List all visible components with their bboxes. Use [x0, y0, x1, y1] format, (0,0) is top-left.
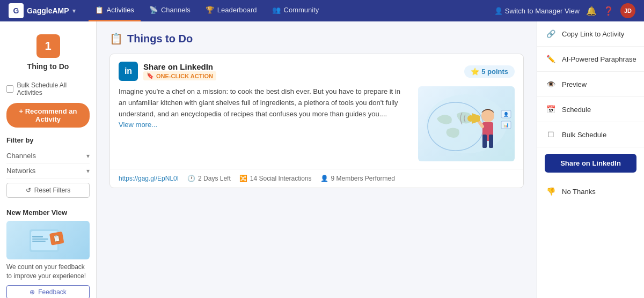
activity-illustration-svg: 👤 📊 [418, 86, 515, 161]
networks-chevron-icon: ▾ [86, 167, 90, 175]
days-left-value: 2 Days Left [198, 175, 231, 182]
copy-link-action[interactable]: 🔗 Copy Link to Activity [537, 21, 644, 47]
channels-icon: 📡 [149, 6, 158, 14]
card-meta: https://gag.gl/EpNL0I 🕐 2 Days Left 🔀 14… [119, 175, 395, 182]
activity-title: Share on LinkedIn [143, 62, 216, 71]
badge-icon: 🔖 [147, 72, 154, 79]
user-avatar[interactable]: JD [620, 3, 635, 18]
badge-label: ONE-CLICK ACTION [156, 73, 213, 79]
todo-count-badge: 1 [36, 34, 60, 58]
ai-paraphrase-label: AI-Powered Paraphrase [562, 55, 636, 63]
card-footer: https://gag.gl/EpNL0I 🕐 2 Days Left 🔀 14… [110, 169, 523, 188]
brand-name: GaggleAMP [27, 6, 69, 15]
svg-text:📊: 📊 [503, 122, 509, 128]
view-more-link[interactable]: View more... [119, 121, 157, 129]
card-illustration: 👤 📊 [418, 86, 515, 161]
new-member-description: We count on your feedback to improve you… [6, 263, 90, 281]
svg-point-7 [426, 94, 507, 153]
filter-channels-row[interactable]: Channels ▾ [6, 148, 90, 163]
content-area: 📋 Things to Do in Share on LinkedIn 🔖 ON… [97, 21, 537, 298]
nav-right: 👤 Switch to Manager View 🔔 ❓ JD [494, 3, 635, 18]
preview-label: Preview [562, 80, 587, 88]
brand-logo[interactable]: G GaggleAMP ▾ [9, 3, 76, 18]
reset-filters-button[interactable]: ↺ Reset Filters [6, 183, 90, 198]
ai-paraphrase-action[interactable]: ✏️ AI-Powered Paraphrase [537, 47, 644, 72]
filter-title: Filter by [6, 136, 90, 144]
community-icon: 👥 [272, 6, 281, 14]
nav-activities-label: Activities [107, 6, 134, 14]
nav-community[interactable]: 👥 Community [266, 0, 326, 21]
nav-leaderboard[interactable]: 🏆 Leaderboard [199, 0, 264, 21]
days-left-item: 🕐 2 Days Left [187, 175, 231, 182]
card-body: Imagine you're a chef on a mission: to c… [110, 86, 523, 169]
clock-icon: 🕐 [187, 175, 195, 182]
feedback-icon: ⊕ [30, 288, 35, 296]
feedback-button[interactable]: ⊕ Feedback [6, 285, 90, 298]
recommend-activity-button[interactable]: + Recommend an Activity [6, 103, 90, 128]
new-member-label: New Member View [6, 208, 90, 217]
switch-manager-icon: 👤 [494, 7, 503, 15]
members-performed-value: 9 Members Performed [331, 175, 395, 182]
svg-rect-2 [32, 236, 43, 237]
copy-link-label: Copy Link to Activity [562, 30, 624, 38]
logo-box: G [9, 3, 24, 18]
svg-text:📋: 📋 [52, 234, 61, 243]
social-icon: 🔀 [239, 175, 247, 182]
linkedin-icon: in [119, 62, 138, 81]
no-thanks-action[interactable]: 👎 No Thanks [537, 179, 644, 204]
nav-leaderboard-label: Leaderboard [217, 6, 257, 14]
page-title: 📋 Things to Do [109, 32, 524, 45]
no-thanks-icon: 👎 [545, 185, 557, 197]
preview-action[interactable]: 👁️ Preview [537, 72, 644, 97]
bulk-schedule-label: Bulk Schedule [562, 131, 606, 139]
brand-chevron: ▾ [72, 8, 76, 14]
bulk-schedule-checkbox[interactable] [6, 85, 13, 93]
members-icon: 👤 [320, 175, 328, 182]
social-interactions-value: 14 Social Interactions [250, 175, 312, 182]
nav-community-label: Community [284, 6, 319, 14]
schedule-action[interactable]: 📅 Schedule [537, 97, 644, 122]
card-title-group: Share on LinkedIn 🔖 ONE-CLICK ACTION [143, 62, 216, 80]
svg-point-14 [467, 115, 474, 122]
filter-networks-row[interactable]: Networks ▾ [6, 163, 90, 178]
thing-to-do-label: Thing to Do [27, 62, 69, 71]
card-header-left: in Share on LinkedIn 🔖 ONE-CLICK ACTION [119, 62, 216, 81]
bulk-schedule-action[interactable]: ☐ Bulk Schedule [537, 122, 644, 147]
star-icon: ⭐ [471, 68, 479, 76]
social-interactions-item: 🔀 14 Social Interactions [239, 175, 312, 182]
svg-rect-12 [489, 135, 493, 148]
activity-card: in Share on LinkedIn 🔖 ONE-CLICK ACTION … [109, 54, 524, 188]
page-title-text: Things to Do [127, 33, 193, 45]
nav-activities[interactable]: 📋 Activities [89, 0, 141, 21]
bulk-schedule-row: Bulk Schedule All Activities [6, 81, 90, 96]
svg-text:👤: 👤 [503, 111, 509, 117]
reset-label: Reset Filters [34, 187, 70, 194]
nav-channels-label: Channels [161, 6, 191, 14]
page-title-icon: 📋 [109, 32, 123, 45]
svg-rect-3 [32, 239, 48, 240]
one-click-badge: 🔖 ONE-CLICK ACTION [143, 71, 216, 80]
filter-networks-label: Networks [6, 167, 35, 175]
ai-paraphrase-icon: ✏️ [545, 53, 557, 65]
activities-icon: 📋 [95, 6, 104, 14]
leaderboard-icon: 🏆 [206, 6, 214, 14]
main-layout: 1 Thing to Do Bulk Schedule All Activiti… [0, 21, 644, 298]
share-linkedin-button[interactable]: Share on LinkedIn [545, 154, 636, 173]
notification-icon[interactable]: 🔔 [586, 6, 597, 16]
thing-to-do-summary: 1 Thing to Do [6, 30, 90, 75]
reset-icon: ↺ [26, 187, 31, 194]
help-icon[interactable]: ❓ [603, 6, 614, 16]
switch-manager-btn[interactable]: 👤 Switch to Manager View [494, 7, 580, 15]
schedule-label: Schedule [562, 106, 591, 114]
activity-description: Imagine you're a chef on a mission: to c… [119, 86, 409, 131]
nav-channels[interactable]: 📡 Channels [143, 0, 197, 21]
svg-rect-11 [482, 135, 487, 148]
topnav: G GaggleAMP ▾ 📋 Activities 📡 Channels 🏆 … [0, 0, 644, 21]
points-badge: ⭐ 5 points [464, 65, 515, 78]
new-member-thumbnail: 📋 [6, 221, 90, 259]
activity-link[interactable]: https://gag.gl/EpNL0I [119, 175, 179, 182]
nav-links: 📋 Activities 📡 Channels 🏆 Leaderboard 👥 … [89, 0, 481, 21]
members-performed-item: 👤 9 Members Performed [320, 175, 395, 182]
no-thanks-label: No Thanks [562, 188, 596, 196]
filter-channels-label: Channels [6, 152, 36, 160]
